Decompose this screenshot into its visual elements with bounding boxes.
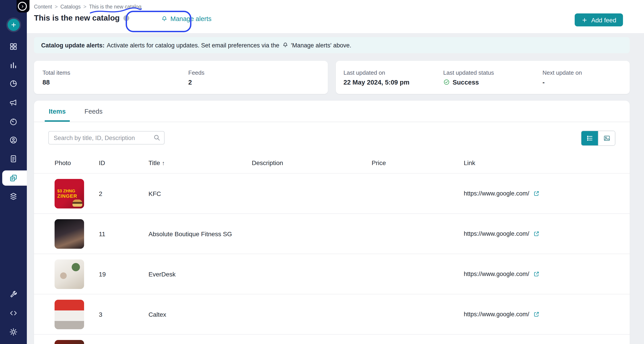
success-check-icon (443, 79, 450, 86)
table-header: Photo ID Title↑ Description Price Link (34, 152, 630, 173)
sidebar-expand-button[interactable] (18, 2, 27, 11)
add-feed-label: Add feed (591, 16, 616, 24)
bell-icon (161, 16, 168, 22)
manage-alerts-link[interactable]: Manage alerts (161, 15, 212, 22)
table-row: 19 EverDesk https://www.google.com/ (34, 254, 630, 294)
item-photo[interactable] (54, 340, 84, 344)
sidebar-item-data[interactable] (0, 190, 27, 203)
sidebar-item-analytics[interactable] (0, 59, 27, 72)
chevron-right-icon (20, 4, 25, 9)
column-id: ID (99, 159, 148, 166)
external-link-icon[interactable] (533, 271, 540, 277)
item-link[interactable]: https://www.google.com/ (464, 271, 529, 277)
view-toggle (581, 130, 616, 146)
bar-chart-icon (9, 61, 18, 70)
search-input[interactable] (48, 131, 164, 144)
sidebar-item-settings[interactable] (0, 326, 27, 338)
sidebar-item-dashboard[interactable] (0, 40, 27, 53)
sidebar-item-automation[interactable] (0, 116, 27, 128)
dashboard-icon (9, 42, 18, 51)
gear-icon (9, 328, 18, 336)
sidebar-item-catalogs[interactable] (0, 172, 27, 184)
item-photo-kfc-promo-ad[interactable]: $3 ZHNG ZINGER (54, 179, 84, 208)
stat-feeds: Feeds 2 (188, 69, 328, 86)
external-link-icon[interactable] (533, 190, 540, 197)
stat-label: Feeds (188, 69, 328, 76)
breadcrumb-separator: > (84, 4, 86, 10)
gallery-view-button[interactable] (598, 131, 615, 146)
update-stats-card: Last updated on 22 May 2024, 5:09 pm Las… (336, 61, 630, 94)
tab-feeds[interactable]: Feeds (80, 101, 107, 122)
item-photo-fitness-studio[interactable] (54, 219, 84, 248)
breadcrumb-separator: > (55, 4, 58, 10)
item-photo-standing-desk[interactable] (54, 259, 84, 289)
gauge-icon (9, 117, 18, 126)
tab-items[interactable]: Items (45, 101, 70, 122)
stat-label: Last updated on (344, 69, 443, 76)
plus-icon (8, 18, 20, 31)
stat-label: Next update on (542, 69, 630, 76)
breadcrumb-catalogs[interactable]: Catalogs (60, 4, 81, 10)
info-icon[interactable]: i (123, 15, 129, 21)
item-photo-caltex-station[interactable] (54, 300, 84, 329)
sidebar-item-contacts[interactable] (0, 134, 27, 146)
megaphone-icon (9, 98, 18, 107)
sidebar-item-campaigns[interactable] (0, 96, 27, 109)
page-title: This is the new catalog (34, 14, 120, 23)
table-row: 11 Absolute Boutique Fitness SG https://… (34, 214, 630, 254)
sidebar-item-tools[interactable] (0, 288, 27, 300)
stat-label: Last updated status (443, 69, 542, 76)
bell-icon (282, 42, 288, 48)
breadcrumb: Content > Catalogs > This is the new cat… (34, 4, 141, 10)
stat-label: Total items (42, 69, 188, 76)
table-row: $3 ZHNG ZINGER 2 KFC https://www.google.… (34, 173, 630, 214)
status-text: Success (452, 78, 479, 86)
item-id: 2 (99, 190, 148, 197)
pie-chart-icon (9, 79, 18, 88)
catalogs-icon (9, 174, 18, 182)
item-title: EverDesk (148, 270, 252, 278)
item-id: 3 (99, 311, 148, 318)
table-toolbar (34, 122, 630, 152)
list-view-button[interactable] (582, 131, 598, 146)
stat-value: 88 (42, 78, 188, 86)
banner-lead: Catalog update alerts: (41, 42, 105, 48)
tab-bar: Items Feeds (34, 101, 630, 122)
column-title-sortable[interactable]: Title↑ (148, 159, 252, 166)
item-title: KFC (148, 190, 252, 197)
banner-text-before: Activate alerts for catalog updates. Set… (107, 42, 279, 48)
sidebar-item-developer[interactable] (0, 307, 27, 320)
stat-value: - (542, 78, 630, 86)
breadcrumb-content[interactable]: Content (34, 4, 52, 10)
item-link-cell: https://www.google.com/ (464, 190, 630, 197)
plus-icon (582, 17, 588, 23)
sidebar-item-add[interactable] (0, 18, 27, 31)
banner-text-after: 'Manage alerts' above. (291, 42, 351, 48)
item-link-cell: https://www.google.com/ (464, 271, 630, 277)
breadcrumb-current: This is the new catalog (89, 4, 141, 10)
photo-text: $3 ZHNG (57, 188, 84, 193)
external-link-icon[interactable] (533, 230, 540, 237)
sidebar-item-reports[interactable] (0, 78, 27, 90)
item-link[interactable]: https://www.google.com/ (464, 230, 529, 237)
stat-last-updated-status: Last updated status Success (443, 69, 542, 86)
sidebar-item-documents[interactable] (0, 152, 27, 165)
list-view-icon (586, 134, 594, 142)
item-link[interactable]: https://www.google.com/ (464, 190, 529, 197)
external-link-icon[interactable] (533, 311, 540, 318)
stat-last-updated-on: Last updated on 22 May 2024, 5:09 pm (344, 69, 443, 86)
stat-value: 2 (188, 78, 328, 86)
table-row (34, 334, 630, 344)
person-icon (9, 136, 18, 144)
status-badge: Success (443, 78, 542, 86)
table-row: 3 Caltex https://www.google.com/ (34, 294, 630, 334)
item-link-cell: https://www.google.com/ (464, 230, 630, 237)
add-feed-button[interactable]: Add feed (575, 14, 623, 26)
photo-text: ZINGER (57, 193, 84, 198)
item-link[interactable]: https://www.google.com/ (464, 311, 529, 318)
layers-stack-icon (9, 192, 18, 201)
item-link-cell: https://www.google.com/ (464, 311, 630, 318)
column-link: Link (464, 159, 630, 166)
column-description: Description (252, 159, 372, 166)
sort-ascending-icon: ↑ (162, 160, 165, 166)
